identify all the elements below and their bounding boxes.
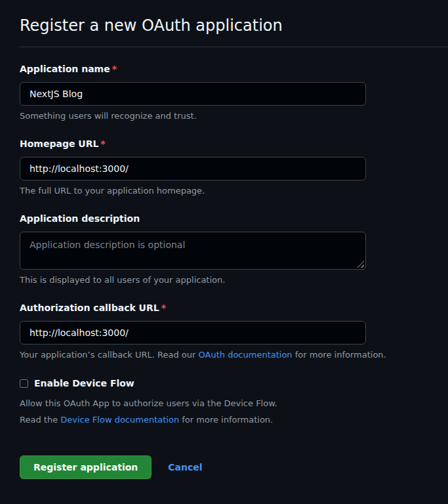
device-flow-documentation-link[interactable]: Device Flow documentation [60,415,179,425]
required-asterisk: * [100,138,105,149]
callback-url-note-suffix: for more information. [293,350,386,360]
cancel-link[interactable]: Cancel [168,462,202,472]
device-flow-note-line1: Allow this OAuth App to authorize users … [20,398,428,409]
oauth-documentation-link[interactable]: OAuth documentation [199,350,293,360]
callback-url-note: Your application’s callback URL. Read ou… [20,350,428,360]
required-asterisk: * [161,303,166,313]
application-name-label-text: Application name [20,64,110,74]
application-name-input[interactable] [20,82,366,106]
required-asterisk: * [112,64,117,74]
homepage-url-input[interactable] [20,157,366,180]
application-description-label-text: Application description [20,213,140,224]
device-flow-checkbox-row: Enable Device Flow [20,377,428,389]
device-flow-note-line2: Read the Device Flow documentation for m… [20,415,428,425]
application-description-group: Application description This is displaye… [20,213,428,285]
callback-url-input[interactable] [20,321,366,345]
oauth-app-form: Application name* Something users will r… [20,64,428,479]
callback-url-note-prefix: Your application’s callback URL. Read ou… [20,350,199,360]
application-description-textarea[interactable] [20,232,366,270]
device-flow-note-prefix: Read the [20,415,60,425]
application-description-label: Application description [20,213,428,224]
register-application-button[interactable]: Register application [20,455,152,479]
device-flow-note-suffix: for more information. [179,415,273,425]
application-name-group: Application name* Something users will r… [20,64,428,121]
callback-url-label: Authorization callback URL* [20,303,428,314]
application-description-note: This is displayed to all users of your a… [20,275,428,285]
callback-url-group: Authorization callback URL* Your applica… [20,303,428,360]
page-title: Register a new OAuth application [20,16,448,35]
enable-device-flow-checkbox[interactable] [20,379,28,388]
form-actions: Register application Cancel [20,455,428,479]
homepage-url-group: Homepage URL* The full URL to your appli… [20,138,428,196]
application-name-label: Application name* [20,64,428,75]
main-content: Application name* Something users will r… [0,47,448,479]
homepage-url-label: Homepage URL* [20,138,428,150]
application-description-wrap [20,232,366,270]
homepage-url-label-text: Homepage URL [20,138,98,149]
homepage-url-note: The full URL to your application homepag… [20,186,428,196]
page-header: Register a new OAuth application [20,16,448,47]
callback-url-label-text: Authorization callback URL [20,303,159,313]
device-flow-group: Enable Device Flow Allow this OAuth App … [20,377,428,425]
application-name-note: Something users will recognize and trust… [20,111,428,121]
enable-device-flow-label[interactable]: Enable Device Flow [34,377,134,389]
